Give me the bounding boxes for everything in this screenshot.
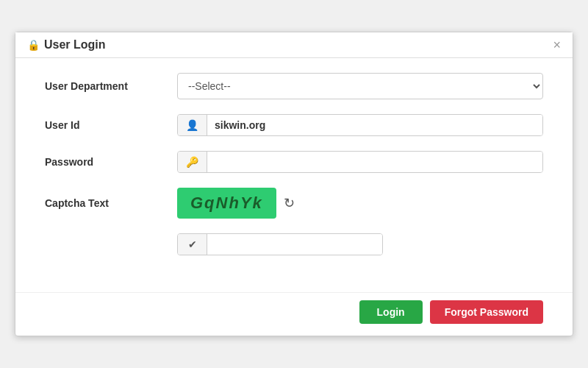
password-label: Password [45, 156, 177, 168]
dialog-title: 🔒 User Login [27, 38, 106, 52]
login-button[interactable]: Login [359, 300, 423, 324]
captcha-display-row: GqNhYk ↻ [177, 188, 295, 219]
user-icon: 👤 [178, 115, 207, 135]
captcha-input-row: ✔ [45, 233, 543, 255]
dialog-footer: Login Forgot Password [15, 292, 573, 336]
captcha-input[interactable] [207, 234, 382, 255]
check-icon: ✔ [178, 234, 207, 255]
lock-icon: 🔒 [27, 39, 40, 51]
department-control: --Select-- [177, 73, 543, 99]
department-row: User Department --Select-- [45, 73, 543, 99]
captcha-image: GqNhYk [177, 188, 276, 219]
userid-input[interactable] [207, 115, 542, 135]
dialog-body: User Department --Select-- User Id 👤 Pas… [15, 58, 573, 292]
password-control: 🔑 [177, 151, 543, 173]
captcha-label: Captcha Text [45, 197, 177, 209]
password-input[interactable] [207, 152, 542, 172]
dialog-title-text: User Login [44, 38, 106, 52]
captcha-input-group: ✔ [177, 233, 383, 255]
department-select[interactable]: --Select-- [177, 73, 543, 99]
captcha-refresh-button[interactable]: ↻ [284, 195, 295, 211]
key-icon: 🔑 [178, 152, 207, 172]
userid-row: User Id 👤 [45, 114, 543, 136]
captcha-input-control: ✔ [177, 233, 543, 255]
department-label: User Department [45, 80, 177, 92]
close-button[interactable]: × [553, 38, 561, 52]
captcha-control: GqNhYk ↻ [177, 188, 543, 219]
forgot-password-button[interactable]: Forgot Password [430, 300, 543, 324]
userid-input-group: 👤 [177, 114, 543, 136]
userid-control: 👤 [177, 114, 543, 136]
password-input-group: 🔑 [177, 151, 543, 173]
userid-label: User Id [45, 119, 177, 131]
login-dialog: 🔒 User Login × User Department --Select-… [15, 32, 573, 336]
password-row: Password 🔑 [45, 151, 543, 173]
dialog-header: 🔒 User Login × [15, 32, 573, 58]
captcha-row: Captcha Text GqNhYk ↻ [45, 188, 543, 219]
